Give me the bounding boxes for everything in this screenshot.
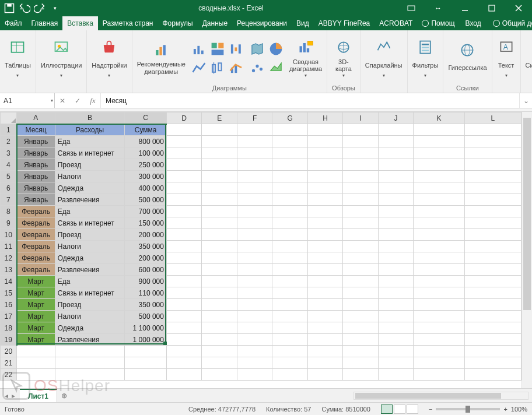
cell[interactable]: Одежда xyxy=(55,322,125,334)
cell[interactable] xyxy=(378,276,413,287)
recommended-charts-button[interactable]: Рекомендуемые диаграммы xyxy=(137,41,186,76)
cell[interactable] xyxy=(343,194,378,206)
row-header[interactable]: 4 xyxy=(1,159,17,171)
undo-icon[interactable] xyxy=(19,2,30,14)
cell[interactable] xyxy=(378,369,413,381)
column-header-B[interactable]: B xyxy=(55,112,125,124)
cell[interactable] xyxy=(414,229,465,241)
cell[interactable] xyxy=(307,346,343,357)
row-header[interactable]: 21 xyxy=(1,357,17,369)
cell[interactable] xyxy=(378,287,413,299)
cell[interactable] xyxy=(272,311,308,322)
row-header[interactable]: 9 xyxy=(1,217,17,229)
cell[interactable]: Сумма xyxy=(125,124,167,136)
cell[interactable] xyxy=(166,322,202,334)
cell[interactable] xyxy=(202,206,237,217)
cell[interactable] xyxy=(237,252,272,264)
row-header[interactable]: 13 xyxy=(1,264,17,276)
row-header[interactable]: 18 xyxy=(1,322,17,334)
cell[interactable] xyxy=(166,276,202,287)
row-header[interactable]: 17 xyxy=(1,311,17,322)
cell[interactable] xyxy=(414,124,465,136)
cell[interactable] xyxy=(202,299,237,311)
row-header[interactable]: 8 xyxy=(1,206,17,217)
cell[interactable] xyxy=(272,357,308,369)
cell[interactable] xyxy=(307,322,343,334)
cell[interactable] xyxy=(414,241,465,252)
cell[interactable] xyxy=(272,217,308,229)
cell[interactable] xyxy=(378,241,413,252)
cell[interactable]: Март xyxy=(17,287,55,299)
cell[interactable] xyxy=(464,194,521,206)
cell[interactable] xyxy=(343,182,378,194)
cell[interactable] xyxy=(307,206,343,217)
cell[interactable] xyxy=(166,147,202,159)
cell[interactable] xyxy=(202,346,237,357)
nav-prev-icon[interactable]: ◂ xyxy=(5,392,8,400)
addins-button[interactable]: Надстройки▾ xyxy=(92,38,127,78)
cell[interactable] xyxy=(202,252,237,264)
cell[interactable] xyxy=(237,346,272,357)
cell[interactable]: 110 000 xyxy=(125,287,167,299)
cell[interactable] xyxy=(343,264,378,276)
cell[interactable] xyxy=(272,206,308,217)
cell[interactable] xyxy=(202,334,237,346)
cell[interactable]: 700 000 xyxy=(125,206,167,217)
cell[interactable] xyxy=(237,229,272,241)
insert-function-icon[interactable]: fx xyxy=(85,96,100,105)
cell[interactable] xyxy=(307,287,343,299)
zoom-out-icon[interactable]: − xyxy=(429,406,432,413)
cell[interactable] xyxy=(464,124,521,136)
cell[interactable]: 900 000 xyxy=(125,276,167,287)
cell[interactable] xyxy=(166,182,202,194)
cell[interactable] xyxy=(272,136,308,147)
cell[interactable] xyxy=(464,369,521,381)
row-header[interactable]: 19 xyxy=(1,334,17,346)
pagebreak-view-icon[interactable] xyxy=(407,405,418,414)
cell[interactable]: Налоги xyxy=(55,171,125,182)
cell[interactable] xyxy=(307,229,343,241)
column-header-I[interactable]: I xyxy=(343,112,378,124)
scroll-thumb[interactable] xyxy=(355,393,501,399)
cell[interactable] xyxy=(166,206,202,217)
cell[interactable]: 300 000 xyxy=(125,171,167,182)
cell[interactable] xyxy=(414,311,465,322)
expand-formula-icon[interactable]: ⌄ xyxy=(519,93,532,108)
cell[interactable] xyxy=(378,194,413,206)
cell[interactable] xyxy=(272,369,308,381)
normal-view-icon[interactable] xyxy=(381,405,393,414)
cell[interactable] xyxy=(343,229,378,241)
cell[interactable] xyxy=(237,311,272,322)
cell[interactable]: 500 000 xyxy=(125,311,167,322)
cell[interactable] xyxy=(307,217,343,229)
cell[interactable] xyxy=(272,334,308,346)
redo-icon[interactable] xyxy=(34,2,46,14)
cell[interactable] xyxy=(202,322,237,334)
cell[interactable] xyxy=(464,182,521,194)
cell[interactable]: 250 000 xyxy=(125,159,167,171)
cell[interactable] xyxy=(237,369,272,381)
cell[interactable] xyxy=(272,264,308,276)
cell[interactable] xyxy=(414,182,465,194)
cell[interactable] xyxy=(237,171,272,182)
cell[interactable] xyxy=(202,241,237,252)
cell[interactable] xyxy=(272,241,308,252)
cell[interactable] xyxy=(464,217,521,229)
row-header[interactable]: 10 xyxy=(1,229,17,241)
tab-data[interactable]: Данные xyxy=(198,16,232,30)
cell[interactable] xyxy=(202,159,237,171)
3dmap-button[interactable]: 3D- карта▾ xyxy=(334,38,353,78)
cell[interactable] xyxy=(237,136,272,147)
cell[interactable] xyxy=(166,217,202,229)
cell[interactable] xyxy=(237,241,272,252)
surface-chart-icon[interactable] xyxy=(268,60,284,75)
cell[interactable] xyxy=(464,334,521,346)
cell[interactable]: Еда xyxy=(55,206,125,217)
waterfall-chart-icon[interactable] xyxy=(229,41,244,57)
cell[interactable]: 200 000 xyxy=(125,229,167,241)
cell[interactable] xyxy=(202,311,237,322)
cell[interactable]: Налоги xyxy=(55,311,125,322)
cell[interactable] xyxy=(17,369,55,381)
cell[interactable] xyxy=(343,322,378,334)
cell[interactable] xyxy=(343,369,378,381)
